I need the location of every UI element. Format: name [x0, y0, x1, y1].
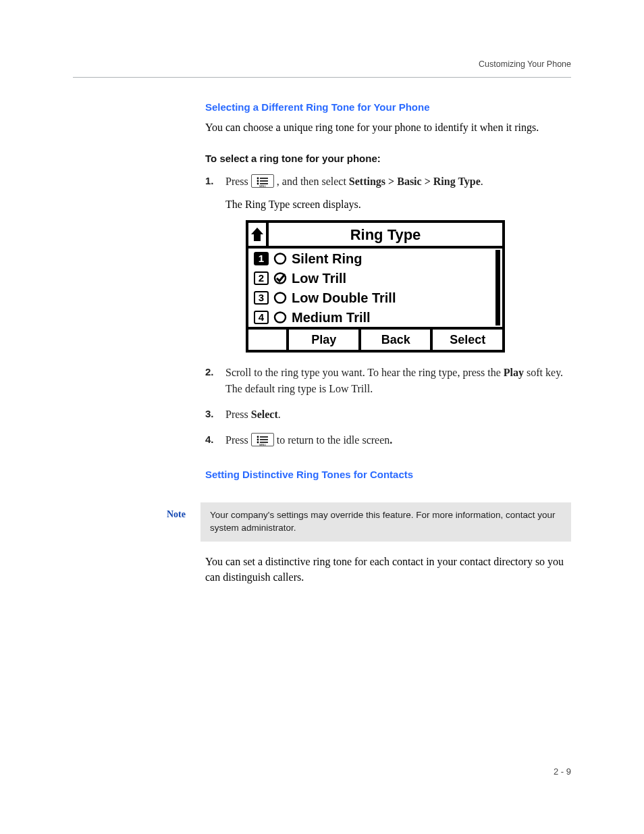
lcd-list: 1 Silent Ring 2 [248, 249, 502, 327]
step-text-end: . [481, 176, 483, 187]
svg-point-10 [275, 292, 286, 303]
steps-list: 1. Press MENU , and then select Settings… [205, 174, 571, 448]
lcd-sk-back: Back [361, 330, 433, 350]
svg-point-8 [275, 253, 286, 263]
svg-point-0 [257, 178, 259, 180]
lcd-item-2: 2 Low Trill [248, 268, 502, 288]
step-text-cont: , and then select [277, 176, 349, 187]
intro-paragraph: You can choose a unique ring tone for yo… [205, 120, 571, 135]
note-row: Note Your company's settings may overrid… [152, 502, 571, 542]
lcd-item-4: 4 Medium Trill [248, 307, 502, 327]
svg-rect-13 [260, 437, 268, 438]
svg-rect-3 [260, 180, 268, 182]
lcd-sk-play: Play [289, 330, 361, 350]
svg-point-4 [257, 183, 259, 185]
step-text: Press [225, 176, 251, 187]
step-number: 4. [205, 432, 214, 448]
lcd-softkeys: Play Back Select [248, 327, 502, 350]
radio-unchecked-icon [273, 291, 288, 305]
after-note: You can set a distinctive ring tone for … [205, 554, 571, 597]
lcd-sk-blank [248, 330, 289, 350]
menu-key-icon: MENU [251, 174, 274, 188]
svg-marker-7 [251, 228, 263, 241]
softkey-name: Select [251, 409, 278, 420]
step-text-cont: to return to the idle screen [277, 434, 390, 446]
step-text: Press [225, 434, 251, 446]
section-heading-ringtone: Selecting a Different Ring Tone for Your… [205, 101, 571, 113]
step-number: 1. [205, 174, 214, 189]
lcd-item-label: Low Trill [292, 268, 346, 288]
step-text-end: . [278, 409, 281, 420]
step-text: Press [225, 409, 251, 420]
radio-checked-icon [273, 271, 288, 285]
header-rule [73, 77, 571, 78]
svg-rect-1 [260, 178, 268, 179]
step-number: 2. [205, 365, 214, 380]
lcd-sk-select: Select [433, 330, 502, 350]
lcd-item-3: 3 Low Double Trill [248, 288, 502, 307]
page-number: 2 - 9 [554, 766, 571, 777]
step-2: 2. Scroll to the ring type you want. To … [205, 365, 571, 397]
content-column: Selecting a Different Ring Tone for Your… [205, 101, 571, 487]
note-box: Your company's settings may override thi… [200, 502, 571, 542]
svg-rect-15 [260, 440, 268, 441]
lcd-title: Ring Type [269, 224, 502, 246]
svg-text:MENU: MENU [259, 444, 266, 446]
radio-unchecked-icon [273, 252, 288, 265]
home-icon [248, 223, 269, 246]
lcd-item-number: 1 [254, 252, 269, 265]
note-label: Note [152, 502, 200, 520]
radio-unchecked-icon [273, 311, 288, 324]
section-heading-distinctive: Setting Distinctive Ring Tones for Conta… [205, 469, 571, 480]
svg-text:MENU: MENU [259, 185, 266, 188]
lcd-item-label: Silent Ring [292, 249, 362, 269]
svg-point-12 [257, 436, 259, 438]
lcd-title-row: Ring Type [248, 223, 502, 249]
phone-lcd: Ring Type 1 Silent Ring 2 [246, 220, 505, 353]
running-head: Customizing Your Phone [479, 59, 571, 69]
lcd-item-number: 2 [254, 271, 269, 285]
step-number: 3. [205, 407, 214, 422]
lcd-scrollbar [495, 249, 502, 327]
step-text-end: . [390, 434, 392, 446]
softkey-name: Play [504, 367, 524, 378]
svg-point-14 [257, 439, 259, 441]
step-3: 3. Press Select. [205, 407, 571, 423]
lcd-item-label: Medium Trill [292, 307, 371, 328]
svg-point-16 [257, 442, 259, 444]
menu-path: Settings > Basic > Ring Type [349, 176, 481, 187]
step-text: Scroll to the ring type you want. To hea… [225, 367, 504, 378]
lcd-item-number: 3 [254, 291, 269, 305]
svg-point-11 [275, 312, 286, 322]
step-4: 4. Press MENU to return to the idle scre… [205, 432, 571, 448]
lcd-item-label: Low Double Trill [292, 288, 396, 308]
step-followup: The Ring Type screen displays. [225, 197, 571, 212]
lcd-item-1: 1 Silent Ring [248, 249, 502, 268]
lcd-item-number: 4 [254, 311, 269, 324]
svg-point-2 [257, 180, 259, 182]
step-1: 1. Press MENU , and then select Settings… [205, 174, 571, 353]
page: Customizing Your Phone Selecting a Diffe… [0, 0, 644, 834]
menu-key-icon: MENU [251, 433, 274, 446]
procedure-heading: To select a ring tone for your phone: [205, 153, 571, 164]
phone-lcd-figure: Ring Type 1 Silent Ring 2 [246, 220, 505, 353]
section2-body: You can set a distinctive ring tone for … [205, 554, 571, 585]
